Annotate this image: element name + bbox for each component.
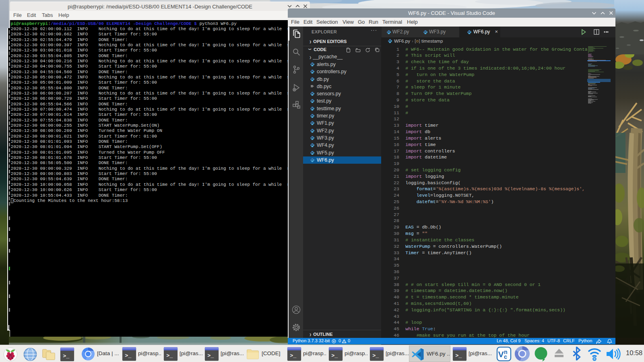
svg-text:>_: >_ [207, 353, 214, 359]
svg-text:>_: >_ [166, 353, 173, 359]
svg-text:>_: >_ [331, 353, 338, 359]
svg-text:>_: >_ [372, 353, 379, 359]
svg-text:V: V [498, 350, 504, 359]
svg-text:>_: >_ [290, 353, 297, 359]
svg-text:>_: >_ [125, 353, 132, 359]
svg-text:>_: >_ [63, 353, 70, 359]
svg-text:c: c [504, 354, 507, 360]
svg-text:>_: >_ [455, 353, 462, 359]
